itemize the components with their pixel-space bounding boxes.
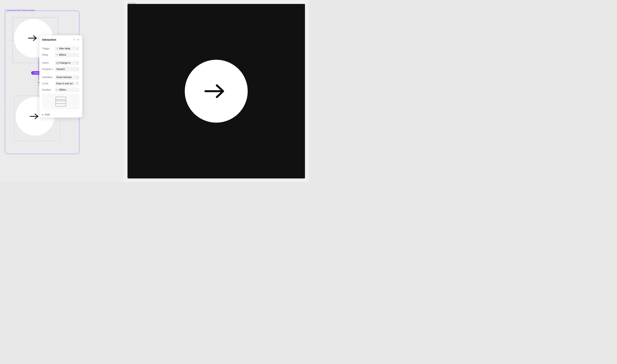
trigger-select-value: After delay xyxy=(59,47,77,50)
delay-value: 800ms xyxy=(59,53,78,56)
action-label: Action xyxy=(42,62,55,64)
canvas-area: ✦ Animated Self Service Button + After d… xyxy=(0,0,124,182)
svg-rect-0 xyxy=(56,97,66,106)
panel-body: Trigger ⏱ After delay ▾ Delay ⏱ 800ms Ac… xyxy=(39,44,82,111)
trigger-select-icon: ⏱ xyxy=(56,48,58,50)
curve-select[interactable]: Ease in and out ▾ xyxy=(55,81,80,86)
trigger-label: Trigger xyxy=(42,47,55,50)
action-select[interactable]: 🔄 Change to ▾ xyxy=(55,61,80,65)
duration-value: 300ms xyxy=(59,89,78,91)
panel-header: Interaction + × xyxy=(39,35,82,44)
svg-rect-1 xyxy=(56,97,66,100)
action-icon: 🔄 xyxy=(56,62,59,64)
state-row[interactable]: ▶ State xyxy=(42,113,80,116)
thumbnail-icon xyxy=(55,95,67,108)
panel-close-button[interactable]: × xyxy=(77,38,80,42)
preview-area: Preview xyxy=(124,0,308,182)
animation-chevron-icon: ▾ xyxy=(77,76,78,78)
curve-chevron-icon: ▾ xyxy=(77,83,78,85)
connection-line-vertical xyxy=(39,59,39,71)
preview-arrow-icon xyxy=(204,82,229,100)
action-value: Change to xyxy=(59,62,77,64)
panel-add-button[interactable]: + xyxy=(73,38,76,42)
action-chevron-icon: ▾ xyxy=(77,62,78,64)
state-section[interactable]: ▶ State xyxy=(39,111,82,117)
property1-label: Property 1 xyxy=(42,68,55,71)
curve-row: Curve Ease in and out ▾ xyxy=(42,81,80,86)
trigger-chevron-icon: ▾ xyxy=(77,48,78,50)
delay-icon: ⏱ xyxy=(56,54,58,56)
delay-label: Delay xyxy=(42,53,55,56)
arrow-icon-bottom xyxy=(29,112,41,120)
curve-label: Curve xyxy=(42,82,55,85)
badge-plus: + xyxy=(33,72,34,74)
interaction-thumbnail xyxy=(42,94,80,109)
delay-select[interactable]: ⏱ 800ms xyxy=(55,52,80,57)
duration-select[interactable]: ⏱ 300ms xyxy=(55,88,80,92)
svg-rect-3 xyxy=(56,104,66,106)
state-label: State xyxy=(44,113,50,116)
duration-icon: ⏱ xyxy=(56,89,58,91)
trigger-row: Trigger ⏱ After delay ▾ xyxy=(42,46,80,51)
property1-row: Property 1 Variant2 ▾ xyxy=(42,67,80,72)
arrow-icon-top xyxy=(27,34,39,42)
preview-circle-button xyxy=(185,60,248,123)
preview-canvas xyxy=(127,4,305,179)
property1-chevron-icon: ▾ xyxy=(77,68,78,70)
curve-value: Ease in and out xyxy=(56,82,77,85)
animation-row: Animation Smart animate ▾ xyxy=(42,75,80,80)
action-row: Action 🔄 Change to ▾ xyxy=(42,61,80,65)
panel-title: Interaction xyxy=(42,38,56,41)
delay-row: Delay ⏱ 800ms xyxy=(42,52,80,57)
svg-rect-2 xyxy=(56,101,66,104)
duration-row: Duration ⏱ 300ms xyxy=(42,88,80,92)
duration-label: Duration xyxy=(42,89,55,91)
panel-header-actions: + × xyxy=(73,38,80,42)
interaction-panel: Interaction + × Trigger ⏱ After delay ▾ … xyxy=(39,35,82,117)
animation-value: Smart animate xyxy=(56,76,77,79)
animation-select[interactable]: Smart animate ▾ xyxy=(55,75,80,80)
property1-select[interactable]: Variant2 ▾ xyxy=(55,67,80,72)
trigger-select[interactable]: ⏱ After delay ▾ xyxy=(55,46,80,51)
property1-value: Variant2 xyxy=(56,68,77,71)
divider-2 xyxy=(42,73,80,73)
animation-label: Animation xyxy=(42,76,55,79)
state-chevron-icon: ▶ xyxy=(42,114,44,116)
connection-line-bottom xyxy=(39,75,39,81)
